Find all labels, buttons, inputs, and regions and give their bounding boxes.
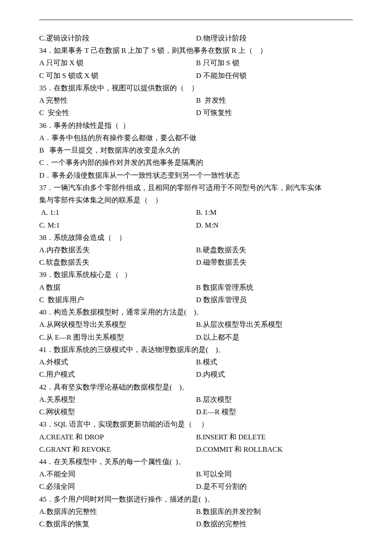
q40-c: C.从 E—R 图导出关系模型 — [39, 331, 196, 343]
q43-row1: A.CREATE 和 DROP B.INSERT 和 DELETE — [39, 431, 353, 443]
q38-b: B.硬盘数据丢失 — [196, 244, 353, 256]
q39-b: B 数据库管理系统 — [196, 281, 353, 294]
q43-a: A.CREATE 和 DROP — [39, 431, 196, 443]
q34-row1: A 只可加 X 锁 B 只可加 S 锁 — [39, 57, 353, 69]
option-c: C.逻辑设计阶段 — [39, 32, 196, 44]
q43-stem: 43．SQL 语言中，实现数据更新功能的语句是（ ） — [39, 418, 353, 430]
q44-row2: C.必须全同 D.是不可分割的 — [39, 480, 353, 493]
q40-row2: C.从 E—R 图导出关系模型 D.以上都不是 — [39, 331, 353, 343]
q41-row2: C.用户模式 D.内模式 — [39, 368, 353, 381]
q40-a: A.从网状模型导出关系模型 — [39, 318, 196, 331]
q41-b: B.模式 — [196, 356, 353, 368]
q45-b: B.数据库的并发控制 — [196, 505, 353, 518]
q37-stem1: 37．一辆汽车由多个零部件组成，且相同的零部件可适用于不同型号的汽车，则汽车实体 — [39, 182, 353, 194]
q37-row1: A. 1:1 B. 1:M — [39, 206, 353, 219]
q34-a: A 只可加 X 锁 — [39, 57, 196, 69]
option-d: D.物理设计阶段 — [196, 32, 353, 44]
q43-b: B.INSERT 和 DELETE — [196, 431, 353, 443]
q40-row1: A.从网状模型导出关系模型 B.从层次模型导出关系模型 — [39, 318, 353, 331]
q45-stem: 45．多个用户同时对同一数据进行操作，描述的是( )。 — [39, 493, 353, 505]
q35-c: C 安全性 — [39, 107, 196, 119]
q43-row2: C.GRANT 和 REVOKE D.COMMIT 和 ROLLBACK — [39, 443, 353, 456]
q37-c: C. M:1 — [39, 219, 196, 231]
q44-a: A.不能全同 — [39, 468, 196, 480]
q34-b: B 只可加 S 锁 — [196, 57, 353, 69]
q41-a: A.外模式 — [39, 356, 196, 368]
q40-d: D.以上都不是 — [196, 331, 353, 343]
q38-stem: 38．系统故障会造成（ ） — [39, 231, 353, 244]
q40-b: B.从层次模型导出关系模型 — [196, 318, 353, 331]
q42-d: D.E—R 模型 — [196, 406, 353, 418]
q35-row1: A 完整性 B 并发性 — [39, 94, 353, 107]
q42-row2: C.网状模型 D.E—R 模型 — [39, 406, 353, 418]
q42-a: A.关系模型 — [39, 393, 196, 406]
q44-c: C.必须全同 — [39, 480, 196, 493]
q36-c: C．一个事务内部的操作对并发的其他事务是隔离的 — [39, 156, 353, 169]
q44-stem: 44．在关系模型中，关系的每一个属性值( )。 — [39, 456, 353, 468]
q34-row2: C 可加 S 锁或 X 锁 D 不能加任何锁 — [39, 69, 353, 82]
q35-b: B 并发性 — [196, 94, 353, 107]
q45-row2: C.数据库的恢复 D.数据的完整性 — [39, 518, 353, 530]
q45-row1: A.数据库的完整性 B.数据库的并发控制 — [39, 505, 353, 518]
q38-row2: C.软盘数据丢失 D.磁带数据丢失 — [39, 256, 353, 268]
q38-c: C.软盘数据丢失 — [39, 256, 196, 268]
q42-stem: 42．具有坚实数学理论基础的数据模型是( )。 — [39, 381, 353, 393]
prev-option-row: C.逻辑设计阶段 D.物理设计阶段 — [39, 32, 353, 44]
q38-a: A.内存数据丢失 — [39, 244, 196, 256]
q43-d: D.COMMIT 和 ROLLBACK — [196, 443, 353, 456]
q34-c: C 可加 S 锁或 X 锁 — [39, 69, 196, 82]
q42-b: B.层次模型 — [196, 393, 353, 406]
q37-a: A. 1:1 — [39, 206, 196, 219]
q36-stem: 36．事务的持续性是指（ ） — [39, 119, 353, 132]
q39-a: A 数据 — [39, 281, 196, 294]
q45-c: C.数据库的恢复 — [39, 518, 196, 530]
q35-row2: C 安全性 D 可恢复性 — [39, 107, 353, 119]
q41-c: C.用户模式 — [39, 368, 196, 381]
q39-d: D 数据库管理员 — [196, 294, 353, 306]
q39-stem: 39．数据库系统核心是（ ） — [39, 268, 353, 281]
q42-row1: A.关系模型 B.层次模型 — [39, 393, 353, 406]
q34-d: D 不能加任何锁 — [196, 69, 353, 82]
q41-row1: A.外模式 B.模式 — [39, 356, 353, 368]
q39-row1: A 数据 B 数据库管理系统 — [39, 281, 353, 294]
q36-a: A．事务中包括的所有操作要么都做，要么都不做 — [39, 132, 353, 144]
q36-d: D．事务必须使数据库从一个一致性状态变到另一个一致性状态 — [39, 169, 353, 182]
q43-c: C.GRANT 和 REVOKE — [39, 443, 196, 456]
q37-d: D. M:N — [196, 219, 353, 231]
q39-row2: C 数据库用户 D 数据库管理员 — [39, 294, 353, 306]
q36-b: B 事务一旦提交，对数据库的改变是永久的 — [39, 144, 353, 156]
q35-stem: 35．在数据库系统中，视图可以提供数据的（ ） — [39, 82, 353, 94]
q35-a: A 完整性 — [39, 94, 196, 107]
q40-stem: 40．构造关系数据模型时，通常采用的方法是( )。 — [39, 306, 353, 318]
top-rule — [39, 20, 353, 20]
q44-d: D.是不可分割的 — [196, 480, 353, 493]
q38-d: D.磁带数据丢失 — [196, 256, 353, 268]
q39-c: C 数据库用户 — [39, 294, 196, 306]
q41-stem: 41．数据库系统的三级模式中，表达物理数据库的是( )。 — [39, 343, 353, 356]
q37-stem2: 集与零部件实体集之间的联系是（ ） — [39, 194, 353, 206]
q37-b: B. 1:M — [196, 206, 353, 219]
q42-c: C.网状模型 — [39, 406, 196, 418]
q41-d: D.内模式 — [196, 368, 353, 381]
q44-b: B.可以全同 — [196, 468, 353, 480]
q45-d: D.数据的完整性 — [196, 518, 353, 530]
q45-a: A.数据库的完整性 — [39, 505, 196, 518]
q35-d: D 可恢复性 — [196, 107, 353, 119]
q34-stem: 34．如果事务 T 己在数据 R 上加了 S 锁，则其他事务在数据 R 上（ ） — [39, 44, 353, 57]
q38-row1: A.内存数据丢失 B.硬盘数据丢失 — [39, 244, 353, 256]
q44-row1: A.不能全同 B.可以全同 — [39, 468, 353, 480]
q37-row2: C. M:1 D. M:N — [39, 219, 353, 231]
page: C.逻辑设计阶段 D.物理设计阶段 34．如果事务 T 己在数据 R 上加了 S… — [0, 0, 392, 554]
